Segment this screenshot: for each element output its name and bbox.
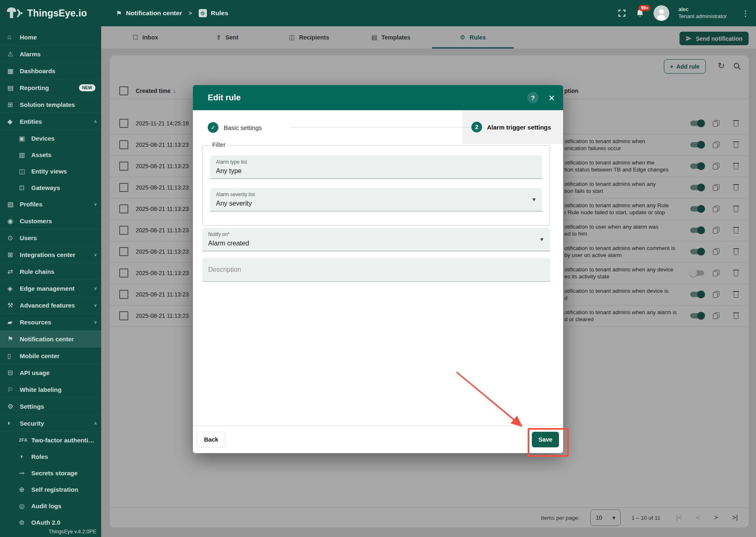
chevron-down-icon: ∨: [94, 303, 97, 308]
notification-center-icon: ⚑: [7, 335, 20, 343]
user-avatar-icon: [654, 5, 669, 21]
chevron-down-icon[interactable]: ▾: [540, 236, 543, 243]
help-button[interactable]: ?: [527, 92, 538, 103]
edit-rule-dialog: Edit rule ? × 2 Alarm trigger settings ✓…: [193, 85, 563, 453]
step-check-icon: ✓: [208, 122, 218, 133]
sidebar-item-oauth[interactable]: ⊚OAuth 2.0: [0, 514, 101, 530]
sidebar-item-assets[interactable]: ▥Assets: [0, 146, 101, 163]
alarm-severity-value: Any severity: [216, 200, 542, 207]
avatar[interactable]: [654, 5, 669, 21]
assets-icon: ▥: [19, 151, 31, 159]
sidebar-item-notification-center[interactable]: ⚑Notification center: [0, 331, 101, 347]
notification-center-icon: ⚑: [116, 9, 122, 17]
sidebar-item-alarms[interactable]: ⚠Alarms: [0, 46, 101, 62]
oauth-icon: ⊚: [19, 518, 31, 526]
sidebar: ⌂Home ⚠Alarms ▦Dashboards ▤ReportingNEW …: [0, 26, 101, 537]
customers-icon: ◉: [7, 217, 20, 225]
sidebar-item-edge-management[interactable]: ◈Edge management∨: [0, 280, 101, 297]
mobile-center-icon: ▯: [7, 352, 20, 360]
sidebar-item-rule-chains[interactable]: ⇄Rule chains: [0, 263, 101, 280]
sidebar-item-mobile-center[interactable]: ▯Mobile center: [0, 347, 101, 364]
sidebar-item-dashboards[interactable]: ▦Dashboards: [0, 62, 101, 79]
sidebar-item-customers[interactable]: ◉Customers: [0, 213, 101, 229]
audit-logs-icon: ◎: [19, 502, 31, 510]
user-meta: alec Tenant administrator: [678, 6, 727, 20]
two-factor-icon: 2FA: [19, 437, 31, 442]
chevron-up-icon: ∧: [94, 119, 97, 124]
topbar-actions: 99+ alec Tenant administrator ⋮: [617, 5, 756, 21]
chevron-down-icon[interactable]: ▾: [532, 196, 536, 203]
sidebar-item-self-registration[interactable]: ⊕Self registration: [0, 481, 101, 498]
chevron-up-icon: ∧: [94, 421, 97, 426]
sidebar-item-roles[interactable]: ◑Roles: [0, 448, 101, 465]
fullscreen-icon: [617, 9, 626, 18]
step-alarm-trigger-settings[interactable]: 2 Alarm trigger settings: [462, 110, 563, 144]
dialog-title: Edit rule: [208, 93, 241, 102]
breadcrumb-page[interactable]: Rules: [211, 9, 228, 17]
app-root: ThingsEye.io ⚑ Notification center > ⚙ R…: [0, 0, 756, 537]
chevron-down-icon: ∨: [94, 201, 97, 207]
sidebar-item-gateways[interactable]: ⊡Gateways: [0, 179, 101, 196]
users-icon: ⊙: [7, 234, 20, 242]
sidebar-item-solution-templates[interactable]: ⊞Solution templates: [0, 96, 101, 113]
sidebar-item-home[interactable]: ⌂Home: [0, 29, 101, 46]
kebab-menu-icon[interactable]: ⋮: [742, 9, 749, 18]
thingseye-logo-icon: [6, 7, 23, 20]
entity-views-icon: ◫: [19, 167, 31, 175]
dialog-header: Edit rule ? ×: [193, 85, 563, 110]
gear-icon: ⚙: [7, 403, 20, 410]
home-icon: ⌂: [7, 33, 20, 41]
description-field[interactable]: Description: [202, 258, 550, 282]
filter-legend: Filter: [209, 141, 228, 148]
sidebar-item-profiles[interactable]: ▧Profiles∨: [0, 196, 101, 213]
step-basic-settings[interactable]: ✓ Basic settings: [208, 122, 262, 133]
close-icon[interactable]: ×: [543, 92, 560, 104]
sidebar-item-security[interactable]: ◐Security∧: [0, 415, 101, 432]
sidebar-item-api-usage[interactable]: ⊟API usage: [0, 364, 101, 381]
alarm-severity-field[interactable]: Alarm severity list Any severity ▾: [210, 188, 542, 211]
save-button[interactable]: Save: [532, 432, 559, 447]
chevron-down-icon: ∨: [94, 319, 97, 325]
profiles-icon: ▧: [7, 200, 20, 208]
app-version: ThingsEye v.4.2.0PE: [49, 529, 96, 535]
notify-on-value: Alarm created: [208, 240, 550, 247]
resources-icon: ▰: [7, 318, 20, 326]
alarm-type-value: Any type: [216, 167, 542, 175]
sidebar-item-audit-logs[interactable]: ◎Audit logs: [0, 498, 101, 514]
roles-icon: ◑: [19, 453, 31, 460]
sidebar-item-resources[interactable]: ▰Resources∨: [0, 314, 101, 331]
sidebar-item-users[interactable]: ⊙Users: [0, 229, 101, 246]
alarm-type-field[interactable]: Alarm type list Any type: [210, 155, 542, 179]
sidebar-item-reporting[interactable]: ▤ReportingNEW: [0, 79, 101, 96]
alarm-icon: ⚠: [7, 50, 20, 58]
api-usage-icon: ⊟: [7, 369, 20, 377]
sidebar-item-entities[interactable]: ◆Entities∧: [0, 113, 101, 130]
notifications-button[interactable]: 99+: [635, 8, 645, 18]
dialog-footer: Back Save: [193, 426, 563, 453]
step-2-circle: 2: [471, 122, 482, 132]
notifications-badge: 99+: [639, 5, 650, 11]
solution-templates-icon: ⊞: [7, 101, 20, 109]
chevron-down-icon: ∨: [94, 252, 97, 257]
breadcrumb-separator: >: [188, 10, 192, 16]
edge-management-icon: ◈: [7, 285, 20, 292]
advanced-features-icon: ⚒: [7, 301, 20, 309]
user-role: Tenant administrator: [678, 13, 727, 20]
entities-icon: ◆: [7, 118, 20, 125]
topbar: ThingsEye.io ⚑ Notification center > ⚙ R…: [0, 0, 756, 26]
filter-fieldset: Filter Alarm type list Any type Alarm se…: [202, 145, 550, 226]
user-name: alec: [678, 6, 727, 13]
new-badge: NEW: [79, 84, 96, 91]
sidebar-item-devices[interactable]: ▣Devices: [0, 130, 101, 146]
sidebar-item-settings[interactable]: ⚙Settings: [0, 398, 101, 415]
back-button[interactable]: Back: [197, 432, 225, 447]
sidebar-item-integrations-center[interactable]: ⊠Integrations center∨: [0, 246, 101, 263]
sidebar-item-entity-views[interactable]: ◫Entity views: [0, 163, 101, 179]
breadcrumb-section[interactable]: Notification center: [126, 9, 182, 17]
sidebar-item-secrets-storage[interactable]: ⊸Secrets storage: [0, 465, 101, 481]
sidebar-item-two-factor[interactable]: 2FATwo-factor authenticati...: [0, 432, 101, 448]
fullscreen-button[interactable]: [617, 9, 626, 18]
sidebar-item-white-labeling[interactable]: ⚐White labeling: [0, 381, 101, 398]
notify-on-field[interactable]: Notify on* Alarm created ▾: [202, 228, 550, 251]
sidebar-item-advanced-features[interactable]: ⚒Advanced features∨: [0, 297, 101, 314]
